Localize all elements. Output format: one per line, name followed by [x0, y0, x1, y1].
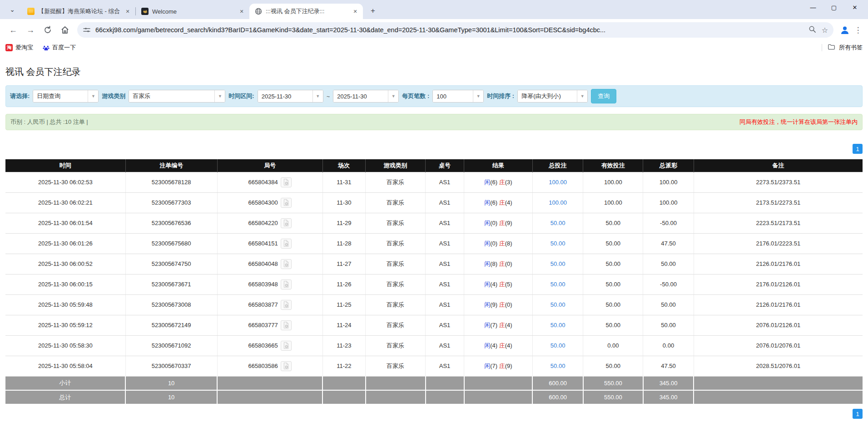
date-end-input[interactable] — [333, 90, 388, 102]
video-record-icon[interactable] — [281, 198, 292, 208]
close-icon[interactable]: ✕ — [238, 7, 246, 15]
cell-session: 11-26 — [322, 274, 365, 294]
total-bet-link[interactable]: 50.00 — [551, 342, 565, 349]
query-type-select[interactable]: ▼ — [33, 90, 99, 103]
cell-game-type: 百家乐 — [366, 254, 426, 274]
video-record-icon[interactable] — [281, 239, 292, 249]
back-icon[interactable]: ← — [5, 22, 21, 38]
round-number: 665804384 — [248, 179, 278, 186]
cell-remark: 2223.51/2173.51 — [694, 213, 863, 233]
sort-order-input[interactable] — [518, 90, 577, 102]
col-payout: 总派彩 — [643, 159, 694, 172]
cell-remark: 2173.51/2273.51 — [694, 192, 863, 213]
banker-label: 庄 — [499, 179, 505, 186]
video-record-icon[interactable] — [281, 259, 292, 269]
tab-forum[interactable]: 【新提醒】海燕策略论坛 - 综合 ✕ — [22, 4, 135, 19]
tab-bet-records[interactable]: :::视讯 会员下注纪录::: ✕ — [249, 4, 363, 19]
window-close-button[interactable]: ✕ — [844, 0, 865, 15]
url-text[interactable]: 66cxkj98.com/game/betrecord_search/kind3… — [95, 26, 808, 34]
query-type-input[interactable] — [33, 90, 88, 102]
zoom-icon[interactable] — [808, 25, 816, 35]
page-content: 视讯 会员下注纪录 请选择: ▼ 游戏类别 ▼ 时间区间: ▼ ~ ▼ 每页笔数… — [0, 66, 868, 419]
chevron-down-icon[interactable]: ▼ — [312, 90, 323, 102]
cell-payout: 47.50 — [643, 233, 694, 254]
bookmark-baidu[interactable]: 百度一下 — [42, 44, 76, 52]
cell-round: 665803948 — [217, 274, 322, 294]
total-bet-link[interactable]: 50.00 — [551, 363, 565, 369]
cell-payout: -50.00 — [643, 274, 694, 294]
subtotal-total-bet: 600.00 — [532, 376, 583, 390]
table-row: 2025-11-30 05:59:12 523005672149 6658037… — [5, 315, 863, 335]
reload-icon[interactable] — [40, 22, 55, 38]
page-size-input[interactable] — [433, 90, 473, 102]
total-bet-link[interactable]: 100.00 — [549, 199, 567, 206]
all-bookmarks[interactable]: 所有书签 — [822, 43, 863, 52]
close-icon[interactable]: ✕ — [124, 7, 132, 15]
cell-bet-id: 523005671092 — [125, 335, 217, 356]
chevron-down-icon[interactable]: ▼ — [388, 90, 398, 102]
minimize-button[interactable]: — — [803, 0, 823, 15]
player-label: 闲 — [484, 260, 490, 267]
cell-time: 2025-11-30 06:01:26 — [5, 233, 125, 254]
cell-bet-id: 523005677303 — [125, 192, 217, 213]
baidu-paw-icon — [42, 44, 50, 51]
cell-remark: 2076.01/2076.01 — [694, 335, 863, 356]
cell-session: 11-29 — [322, 213, 365, 233]
date-end-select[interactable]: ▼ — [333, 90, 399, 103]
address-bar[interactable]: 66cxkj98.com/game/betrecord_search/kind3… — [77, 22, 833, 38]
new-tab-button[interactable]: + — [367, 5, 379, 17]
chevron-down-icon[interactable]: ▼ — [88, 90, 98, 102]
col-result: 结果 — [464, 159, 533, 172]
valid-bet-note: 同局有效投注，统一计算在该局第一张注单内 — [739, 118, 858, 126]
bookmark-star-icon[interactable]: ☆ — [822, 26, 828, 34]
table-row: 2025-11-30 06:01:26 523005675680 6658041… — [5, 233, 863, 254]
tab-welcome[interactable]: Welcome ✕ — [136, 4, 249, 19]
close-icon[interactable]: ✕ — [351, 7, 359, 15]
cell-remark: 2176.01/2126.01 — [694, 274, 863, 294]
video-record-icon[interactable] — [281, 320, 292, 330]
video-record-icon[interactable] — [281, 177, 292, 187]
total-bet-link[interactable]: 50.00 — [551, 240, 565, 247]
date-start-input[interactable] — [258, 90, 312, 102]
page-1-button[interactable]: 1 — [853, 409, 863, 419]
profile-avatar-icon[interactable] — [839, 24, 851, 36]
cell-table: AS1 — [426, 172, 464, 192]
chevron-down-icon[interactable]: ⌄ — [5, 3, 19, 16]
page-size-select[interactable]: ▼ — [432, 90, 484, 103]
more-menu-icon[interactable]: ⋮ — [853, 25, 863, 35]
game-type-input[interactable] — [129, 90, 214, 102]
banker-label: 庄 — [499, 220, 505, 226]
chevron-down-icon[interactable]: ▼ — [577, 90, 587, 102]
cell-table: AS1 — [426, 315, 464, 335]
video-record-icon[interactable] — [281, 300, 292, 310]
total-bet-link[interactable]: 50.00 — [551, 281, 565, 288]
sort-order-select[interactable]: ▼ — [517, 90, 588, 103]
total-bet-link[interactable]: 50.00 — [551, 220, 565, 226]
chevron-down-icon[interactable]: ▼ — [214, 90, 225, 102]
total-bet-link[interactable]: 50.00 — [551, 322, 565, 328]
cell-valid-bet: 50.00 — [583, 274, 643, 294]
total-bet-link[interactable]: 50.00 — [551, 301, 565, 308]
date-start-select[interactable]: ▼ — [258, 90, 323, 103]
cell-table: AS1 — [426, 233, 464, 254]
forward-icon[interactable]: → — [23, 22, 38, 38]
cell-game-type: 百家乐 — [366, 233, 426, 254]
cell-game-type: 百家乐 — [366, 213, 426, 233]
round-number: 665803948 — [248, 281, 278, 288]
site-settings-icon[interactable] — [83, 26, 91, 34]
video-record-icon[interactable] — [281, 218, 292, 228]
home-icon[interactable] — [57, 22, 73, 38]
video-record-icon[interactable] — [281, 361, 292, 371]
total-bet-link[interactable]: 100.00 — [549, 179, 567, 186]
player-label: 闲 — [484, 179, 490, 186]
bookmark-taobao[interactable]: 淘 爱淘宝 — [5, 44, 33, 52]
chevron-down-icon[interactable]: ▼ — [473, 90, 483, 102]
game-type-select[interactable]: ▼ — [129, 90, 225, 103]
maximize-button[interactable]: ▢ — [823, 0, 844, 15]
total-bet-link[interactable]: 50.00 — [551, 260, 565, 267]
page-1-button[interactable]: 1 — [853, 144, 863, 154]
video-record-icon[interactable] — [281, 279, 292, 289]
cell-round: 665804220 — [217, 213, 322, 233]
video-record-icon[interactable] — [281, 341, 292, 351]
search-button[interactable]: 查询 — [591, 89, 616, 103]
